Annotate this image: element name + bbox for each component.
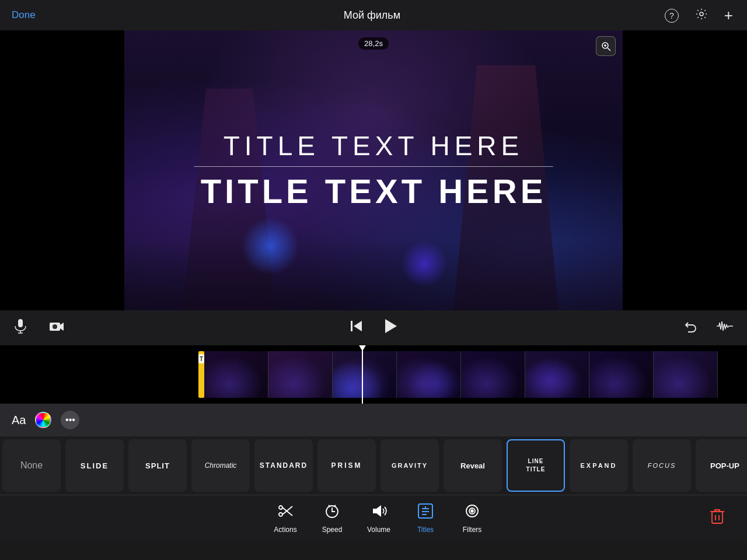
undo-button[interactable] [682, 317, 700, 339]
timeline-area: T [0, 345, 747, 404]
svg-rect-5 [18, 319, 23, 327]
speed-label: Speed [322, 526, 343, 534]
style-slide[interactable]: SLIDE [65, 439, 124, 492]
titles-label: Titles [417, 526, 434, 534]
svg-line-2 [608, 48, 610, 51]
text-tools-bar: Aa ••• [0, 404, 747, 436]
volume-button[interactable]: Volume [355, 498, 402, 538]
title-text-line2: TITLE TEXT HERE [149, 172, 598, 211]
controls-bar [0, 310, 747, 345]
camera-button[interactable] [47, 317, 67, 338]
thumbnail-2 [268, 351, 333, 398]
style-line-title[interactable]: LINETITLE [507, 439, 565, 492]
style-slide-label: SLIDE [81, 461, 109, 470]
style-focus-label: FOCUS [648, 462, 676, 469]
style-standard-label: STANDARD [260, 461, 308, 470]
title-marker-icon: T [198, 354, 204, 363]
video-preview-container: TITLE TEXT HERE TITLE TEXT HERE 28,2s [0, 30, 747, 310]
action-items: Actions Speed Volume [53, 498, 705, 538]
style-standard[interactable]: STANDARD [254, 439, 313, 492]
thumbnail-6 [525, 351, 589, 398]
svg-marker-20 [373, 505, 381, 517]
skip-back-button[interactable] [348, 317, 365, 338]
timeline-track: T [198, 351, 747, 398]
svg-line-18 [329, 505, 330, 506]
actions-button[interactable]: Actions [262, 498, 309, 538]
playhead [362, 345, 363, 404]
svg-rect-29 [712, 512, 722, 523]
svg-line-15 [282, 508, 292, 516]
delete-button[interactable] [705, 503, 729, 534]
help-button[interactable]: ? [662, 6, 681, 25]
style-chromatic[interactable]: Chromatic [191, 439, 250, 492]
svg-line-16 [282, 506, 292, 514]
svg-point-0 [700, 12, 703, 16]
done-button[interactable]: Done [12, 9, 36, 21]
more-icon: ••• [65, 415, 75, 425]
svg-point-14 [279, 513, 282, 516]
svg-rect-10 [351, 321, 352, 331]
top-bar-left: Done [12, 9, 82, 21]
settings-button[interactable] [693, 5, 710, 26]
controls-left [12, 316, 67, 340]
svg-point-28 [471, 510, 473, 512]
gear-icon [695, 10, 708, 23]
style-split[interactable]: SPLIT [128, 439, 187, 492]
style-expand[interactable]: EXPAND [570, 439, 628, 492]
video-thumbnails [204, 351, 747, 398]
blue-light-effect [241, 217, 299, 275]
thumbnail-7 [589, 351, 654, 398]
style-chromatic-label: Chromatic [205, 461, 237, 470]
speed-icon [324, 503, 340, 523]
svg-line-19 [334, 505, 336, 506]
style-prism-label: PRISM [331, 461, 362, 470]
thumbnail-3 [333, 351, 397, 398]
svg-point-13 [279, 506, 282, 509]
scissors-icon [277, 503, 294, 523]
waveform-button[interactable] [714, 318, 735, 338]
style-focus[interactable]: FOCUS [633, 439, 691, 492]
add-button[interactable]: + [722, 4, 735, 27]
style-reveal[interactable]: Reveal [444, 439, 502, 492]
controls-center [348, 316, 400, 341]
titles-button[interactable]: Titles [402, 498, 449, 538]
more-options-button[interactable]: ••• [61, 411, 79, 429]
zoom-button[interactable] [596, 36, 616, 56]
style-gravity[interactable]: GRAVITY [381, 439, 439, 492]
volume-icon [371, 503, 387, 523]
svg-marker-12 [385, 319, 397, 333]
top-bar: Done Мой фильм ? + [0, 0, 747, 30]
filters-button[interactable]: Filters [449, 498, 495, 538]
thumbnail-1 [204, 351, 268, 398]
time-badge: 28,2s [358, 37, 389, 50]
volume-label: Volume [367, 526, 390, 534]
title-divider [194, 166, 553, 167]
style-none-label: None [20, 460, 43, 471]
style-popup[interactable]: POP-UP [696, 439, 747, 492]
titles-icon [417, 503, 434, 523]
style-prism[interactable]: PRISM [317, 439, 376, 492]
app-title: Мой фильм [82, 9, 662, 22]
font-label: Aa [12, 414, 26, 427]
filters-label: Filters [463, 526, 482, 534]
controls-right [682, 317, 735, 339]
thumbnail-8 [654, 351, 718, 398]
speed-button[interactable]: Speed [309, 498, 355, 538]
color-picker-button[interactable] [35, 412, 51, 428]
actions-label: Actions [274, 526, 296, 534]
svg-marker-11 [354, 321, 362, 331]
svg-point-9 [53, 324, 57, 329]
help-icon: ? [665, 9, 679, 23]
side-dark-left [0, 30, 124, 310]
title-styles-selector: None SLIDE SPLIT Chromatic STANDARD PRIS… [0, 436, 747, 495]
video-preview: TITLE TEXT HERE TITLE TEXT HERE 28,2s [124, 30, 623, 310]
style-popup-label: POP-UP [710, 461, 739, 470]
style-reveal-label: Reveal [460, 461, 485, 470]
style-none[interactable]: None [2, 439, 61, 492]
style-line-title-label: LINETITLE [526, 457, 546, 474]
style-expand-label: EXPAND [580, 462, 617, 469]
style-gravity-label: GRAVITY [392, 462, 428, 469]
play-button[interactable] [379, 316, 400, 341]
title-clip-marker[interactable]: T [198, 351, 204, 398]
microphone-button[interactable] [12, 316, 29, 340]
